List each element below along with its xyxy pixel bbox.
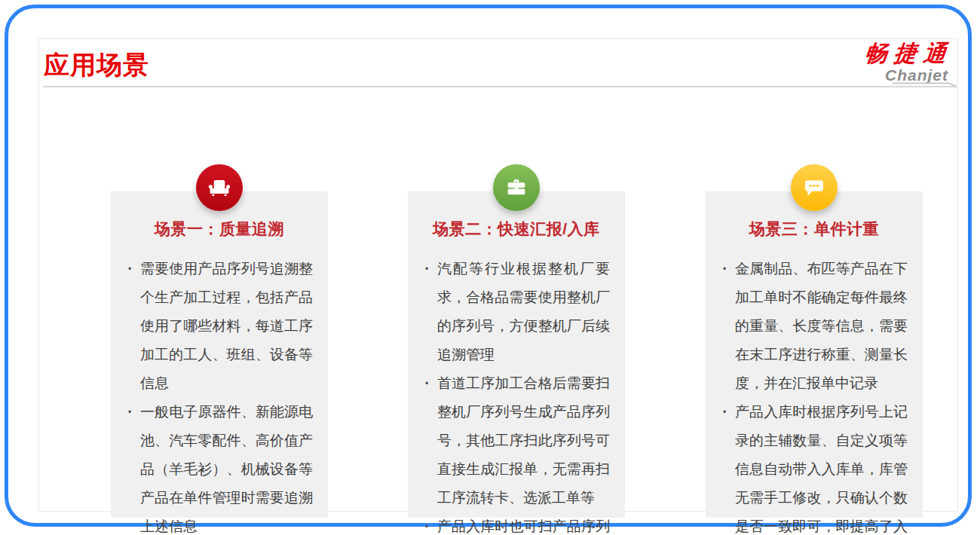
armchair-icon [196, 164, 243, 211]
bullet-item: 首道工序加工合格后需要扫整机厂序列号生成产品序列号，其他工序扫此序列号可直接生成… [424, 369, 610, 512]
bullet-item: 汽配等行业根据整机厂要求，合格品需要使用整机厂的序列号，方便整机厂后续追溯管理 [424, 255, 610, 369]
toolbox-icon [493, 164, 540, 211]
bullet-item: 产品入库时也可扫产品序列号直接带出加工单号、产品、数量等信息，无需库管选择加工单… [424, 512, 610, 535]
scenario-bullet-list: 需要使用产品序列号追溯整个生产加工过程，包括产品使用了哪些材料，每道工序加工的工… [111, 255, 328, 535]
scenario-card-quick-report: 场景二：快速汇报/入库 汽配等行业根据整机厂要求，合格品需要使用整机厂的序列号，… [408, 191, 625, 518]
logo-chinese-text: 畅捷通 [863, 41, 954, 66]
chat-bubble-icon [791, 164, 838, 211]
bullet-item: 产品入库时根据序列号上记录的主辅数量、自定义项等信息自动带入入库单，库管无需手工… [722, 398, 908, 535]
scenario-bullet-list: 汽配等行业根据整机厂要求，合格品需要使用整机厂的序列号，方便整机厂后续追溯管理 … [408, 255, 625, 535]
chanjet-logo: 畅捷通 Chanjet [865, 41, 953, 84]
scenario-heading: 场景一：质量追溯 [111, 219, 328, 240]
slide-frame: 应用场景 畅捷通 Chanjet 场景一：质量追溯 需要使用产品序列号追溯整个生… [5, 5, 972, 527]
bullet-item: 需要使用产品序列号追溯整个生产加工过程，包括产品使用了哪些材料，每道工序加工的工… [127, 255, 313, 398]
page-title: 应用场景 [44, 48, 149, 83]
header-divider [39, 81, 957, 92]
scenario-heading: 场景三：单件计重 [706, 219, 923, 240]
slide-body: 应用场景 畅捷通 Chanjet 场景一：质量追溯 需要使用产品序列号追溯整个生… [38, 38, 958, 512]
scenario-card-piece-weighing: 场景三：单件计重 金属制品、布匹等产品在下加工单时不能确定每件最终的重量、长度等… [706, 191, 923, 518]
bullet-item: 金属制品、布匹等产品在下加工单时不能确定每件最终的重量、长度等信息，需要在末工序… [722, 255, 908, 398]
scenario-card-quality-trace: 场景一：质量追溯 需要使用产品序列号追溯整个生产加工过程，包括产品使用了哪些材料… [111, 191, 328, 518]
scenario-bullet-list: 金属制品、布匹等产品在下加工单时不能确定每件最终的重量、长度等信息，需要在末工序… [706, 255, 923, 535]
scenario-heading: 场景二：快速汇报/入库 [408, 219, 625, 240]
bullet-item: 一般电子原器件、新能源电池、汽车零配件、高价值产品（羊毛衫）、机械设备等产品在单… [127, 398, 313, 535]
